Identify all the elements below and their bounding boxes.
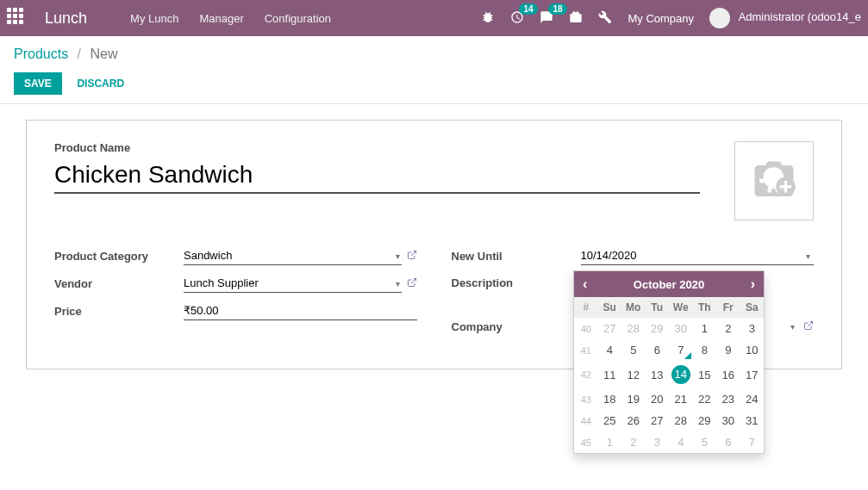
external-link-icon[interactable] (803, 320, 814, 333)
user-menu[interactable]: Administrator (odoo14_e (709, 8, 861, 28)
day-cell[interactable]: 13 (646, 361, 670, 385)
day-cell[interactable]: 12 (621, 361, 646, 385)
next-month-icon[interactable]: › (751, 276, 755, 292)
control-panel: Products / New SAVE DISCARD (0, 36, 868, 104)
tools-icon[interactable] (598, 10, 612, 27)
external-link-icon[interactable] (407, 277, 417, 290)
day-cell[interactable]: 2 (716, 318, 740, 339)
week-number: 42 (574, 361, 598, 385)
day-cell[interactable]: 7 (669, 339, 693, 361)
vendor-label: Vendor (54, 277, 184, 290)
top-nav: Lunch My Lunch Manager Configuration 14 … (0, 0, 868, 36)
day-cell[interactable]: 11 (598, 361, 622, 385)
nav-my-lunch[interactable]: My Lunch (130, 12, 178, 25)
datepicker: ‹ October 2020 › #SuMoTuWeThFrSa 4027282… (573, 270, 765, 385)
week-number: 40 (574, 318, 598, 339)
day-cell[interactable]: 30 (669, 318, 693, 339)
dow-header: Su (598, 297, 622, 318)
day-cell[interactable]: 5 (621, 339, 646, 361)
day-cell[interactable]: 14 (669, 361, 693, 385)
company-switcher[interactable]: My Company (628, 12, 694, 25)
week-header: # (574, 297, 598, 318)
price-label: Price (54, 305, 184, 318)
product-name-label: Product Name (54, 141, 700, 154)
external-link-icon[interactable] (407, 250, 417, 263)
day-cell[interactable]: 10 (740, 339, 765, 361)
dow-header: Mo (621, 297, 646, 318)
dow-header: Th (693, 297, 717, 318)
image-upload[interactable] (734, 141, 814, 220)
dow-header: Sa (740, 297, 765, 318)
camera-plus-icon (751, 158, 797, 204)
day-cell[interactable]: 17 (740, 361, 765, 385)
nav-configuration[interactable]: Configuration (265, 12, 331, 25)
day-cell[interactable]: 1 (693, 318, 717, 339)
gift-icon[interactable] (569, 10, 583, 27)
day-cell[interactable]: 6 (646, 339, 670, 361)
new-until-label: New Until (452, 250, 581, 263)
breadcrumb-current: New (91, 47, 118, 61)
nav-manager[interactable]: Manager (199, 12, 243, 25)
category-label: Product Category (54, 250, 184, 263)
systray: 14 18 My Company Administrator (odoo14_e (481, 8, 861, 28)
description-label: Description (452, 276, 581, 289)
prev-month-icon[interactable]: ‹ (583, 276, 587, 292)
day-cell[interactable]: 28 (621, 318, 646, 339)
vendor-field[interactable] (184, 274, 402, 293)
discuss-badge: 18 (548, 3, 566, 15)
dow-header: Fr (716, 297, 740, 318)
day-cell[interactable]: 27 (598, 318, 622, 339)
nav-links: My Lunch Manager Configuration (130, 12, 331, 25)
day-cell[interactable]: 15 (693, 361, 717, 385)
user-name: Administrator (odoo14_e (739, 10, 861, 23)
day-cell[interactable]: 16 (716, 361, 740, 385)
product-name-input[interactable] (54, 158, 700, 194)
price-field[interactable] (184, 301, 417, 320)
save-button[interactable]: SAVE (14, 72, 62, 95)
new-until-field[interactable] (581, 246, 815, 265)
category-field[interactable] (184, 246, 402, 265)
activities-badge: 14 (519, 3, 537, 15)
day-cell[interactable]: 3 (740, 318, 765, 339)
discard-button[interactable]: DISCARD (77, 78, 124, 90)
day-cell[interactable]: 8 (693, 339, 717, 361)
discuss-icon[interactable]: 18 (540, 10, 553, 27)
dow-header: Tu (646, 297, 670, 318)
breadcrumb: Products / New (14, 47, 854, 62)
company-label: Company (452, 320, 581, 333)
day-cell[interactable]: 29 (646, 318, 670, 339)
datepicker-title[interactable]: October 2020 (634, 278, 704, 291)
breadcrumb-parent[interactable]: Products (14, 47, 68, 61)
avatar-icon (709, 8, 730, 28)
bug-icon[interactable] (481, 10, 495, 27)
datepicker-grid: #SuMoTuWeThFrSa 402728293012341456789104… (574, 297, 764, 385)
day-cell[interactable]: 4 (598, 339, 622, 361)
apps-icon[interactable] (7, 8, 28, 28)
app-brand[interactable]: Lunch (45, 9, 87, 28)
dow-header: We (669, 297, 693, 318)
day-cell[interactable]: 9 (716, 339, 740, 361)
activities-icon[interactable]: 14 (510, 10, 524, 27)
week-number: 41 (574, 339, 598, 361)
